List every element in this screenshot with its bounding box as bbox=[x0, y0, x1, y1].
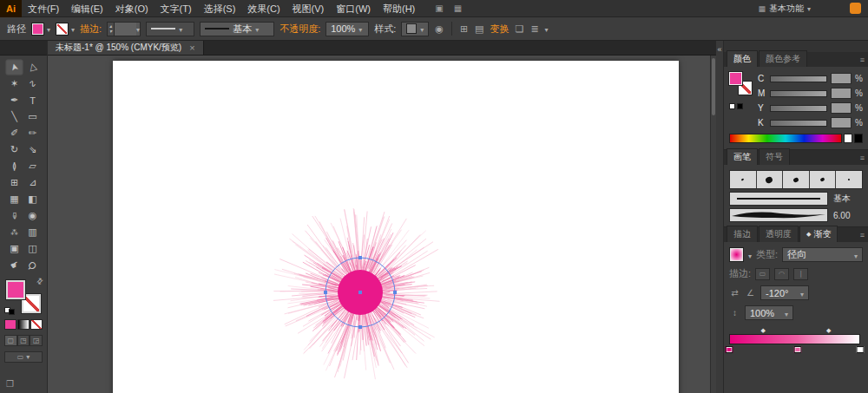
fill-stroke-control[interactable] bbox=[6, 280, 41, 313]
fill-color-swatch[interactable] bbox=[31, 23, 44, 36]
tool-shape-builder[interactable]: ⊞ bbox=[5, 174, 23, 191]
close-icon[interactable]: × bbox=[189, 43, 194, 52]
gradient-thumbnail[interactable] bbox=[729, 247, 744, 262]
gradient-stop-1[interactable] bbox=[726, 346, 733, 353]
canvas[interactable] bbox=[48, 56, 716, 393]
recolor-artwork-icon[interactable]: ◉ bbox=[434, 23, 444, 35]
default-fill-stroke-icon[interactable] bbox=[4, 307, 15, 315]
tool-column-graph[interactable]: ▥ bbox=[23, 224, 42, 240]
isolate-icon[interactable]: ❏ bbox=[515, 23, 525, 35]
gradient-bar[interactable] bbox=[729, 334, 860, 344]
gradient-stop-2[interactable] bbox=[793, 346, 801, 353]
menu-item-7[interactable]: 视图(V) bbox=[286, 0, 331, 17]
stepper-arrows-icon[interactable]: ▴▾ bbox=[108, 23, 114, 36]
stroke-along-icon[interactable]: ◠ bbox=[774, 268, 789, 280]
tool-magic-wand[interactable]: ✶ bbox=[5, 75, 23, 92]
tool-slice[interactable]: ◫ bbox=[23, 240, 42, 257]
opacity-dropdown[interactable]: 100% bbox=[326, 22, 369, 36]
none-button[interactable] bbox=[30, 319, 43, 330]
scrollbar-thumb[interactable] bbox=[712, 58, 715, 115]
width-profile-dropdown[interactable] bbox=[146, 22, 194, 36]
tool-zoom[interactable]: Ϙ bbox=[23, 257, 42, 273]
tool-line-segment[interactable]: ╲ bbox=[5, 108, 23, 125]
stroke-across-icon[interactable]: ∣ bbox=[793, 268, 808, 280]
brush-item-dot-5[interactable] bbox=[836, 171, 862, 188]
app-logo[interactable]: Ai bbox=[0, 0, 22, 17]
panel-tab-symbols[interactable]: 符号 bbox=[759, 148, 790, 165]
screen-layout-icon[interactable]: ▦ bbox=[454, 3, 462, 13]
menu-item-9[interactable]: 帮助(H) bbox=[377, 0, 421, 17]
slider-track-y[interactable] bbox=[770, 105, 827, 112]
draw-normal-button[interactable] bbox=[4, 335, 17, 346]
opacity-link[interactable]: 不透明度: bbox=[279, 23, 320, 36]
slider-track-c[interactable] bbox=[770, 75, 827, 82]
workspace-switcher[interactable]: ▦ 基本功能 bbox=[758, 3, 811, 15]
gradient-midpoint-1[interactable]: ◆ bbox=[761, 327, 766, 334]
tool-lasso[interactable]: ∿ bbox=[23, 75, 42, 92]
black-swatch[interactable] bbox=[854, 134, 863, 143]
tool-perspective-grid[interactable]: ⊿ bbox=[23, 174, 42, 191]
panel-tab-color[interactable]: 颜色 bbox=[727, 50, 758, 67]
tool-selection[interactable]: ➤ bbox=[5, 59, 23, 75]
brush-item-calligraphic[interactable]: 6.00 bbox=[729, 208, 863, 222]
align-icon[interactable]: ⊞ bbox=[459, 23, 469, 35]
swap-fill-stroke-icon[interactable] bbox=[35, 276, 45, 286]
tool-blend[interactable]: ◉ bbox=[23, 207, 42, 224]
tool-paintbrush[interactable]: ✐ bbox=[5, 125, 23, 141]
fill-swatch-caret-icon[interactable] bbox=[47, 23, 50, 34]
draw-behind-button[interactable] bbox=[17, 335, 30, 346]
artwork-flower[interactable] bbox=[265, 197, 456, 388]
slider-track-k[interactable] bbox=[770, 120, 827, 127]
gradient-aspect-dropdown[interactable]: 100% bbox=[745, 305, 793, 320]
tool-symbol-sprayer[interactable]: ⁂ bbox=[5, 224, 23, 240]
tool-eyedropper[interactable]: ✑ bbox=[5, 207, 23, 224]
stroke-link[interactable]: 描边: bbox=[80, 23, 102, 36]
panel-menu-icon[interactable] bbox=[860, 231, 865, 239]
draw-inside-button[interactable] bbox=[30, 335, 43, 346]
panel-tab-gradient[interactable]: ◆渐变 bbox=[799, 226, 838, 242]
slider-value-c[interactable] bbox=[831, 73, 852, 84]
menu-item-1[interactable]: 文件(F) bbox=[22, 0, 65, 17]
style-dropdown[interactable] bbox=[401, 22, 429, 36]
collapse-panel-icon[interactable] bbox=[0, 375, 47, 393]
stroke-within-icon[interactable]: ▭ bbox=[755, 268, 770, 280]
tool-artboard[interactable]: ▣ bbox=[5, 240, 23, 257]
document-tab[interactable]: 未标题-1* @ 150% (CMYK/预览) × bbox=[48, 41, 204, 55]
gradient-slider[interactable]: ◆◆ bbox=[729, 328, 860, 352]
slider-value-k[interactable] bbox=[831, 117, 852, 128]
collapse-dock-icon[interactable] bbox=[717, 45, 721, 54]
chevron-down-icon[interactable] bbox=[748, 250, 752, 260]
gradient-midpoint-2[interactable]: ◆ bbox=[826, 327, 831, 334]
color-spectrum[interactable] bbox=[729, 134, 842, 143]
fill-stroke-proxy[interactable] bbox=[729, 72, 752, 95]
menu-item-4[interactable]: 文字(T) bbox=[155, 0, 198, 17]
menu-item-3[interactable]: 对象(O) bbox=[109, 0, 155, 17]
tool-free-transform[interactable]: ▱ bbox=[23, 158, 42, 174]
brush-item-dot-1[interactable] bbox=[730, 171, 757, 188]
stroke-weight-value[interactable] bbox=[114, 23, 136, 36]
gradient-angle-dropdown[interactable]: -120° bbox=[760, 285, 809, 300]
stroke-color-swatch[interactable] bbox=[56, 23, 69, 36]
tool-width[interactable]: ≬ bbox=[5, 158, 23, 174]
panel-options-icon[interactable]: ≣ bbox=[529, 23, 539, 35]
tool-pencil[interactable]: ✏ bbox=[23, 125, 42, 141]
document-setup-icon[interactable]: ▤ bbox=[474, 23, 484, 35]
stroke-swatch-caret-icon[interactable] bbox=[71, 23, 75, 34]
transform-link[interactable]: 变换 bbox=[490, 23, 510, 36]
panel-menu-icon[interactable] bbox=[860, 56, 865, 64]
tool-scale[interactable]: ⇘ bbox=[23, 141, 42, 158]
tool-rotate[interactable]: ↻ bbox=[5, 141, 23, 158]
app-badge-icon[interactable] bbox=[850, 3, 861, 14]
brush-item-dot-2[interactable] bbox=[757, 171, 784, 188]
menu-item-5[interactable]: 选择(S) bbox=[198, 0, 242, 17]
menu-item-2[interactable]: 编辑(E) bbox=[65, 0, 109, 17]
slider-value-m[interactable] bbox=[831, 88, 852, 99]
slider-value-y[interactable] bbox=[831, 102, 852, 114]
brush-definition-dropdown[interactable]: 基本 bbox=[200, 22, 274, 36]
tool-mesh[interactable]: ▦ bbox=[5, 191, 23, 207]
tool-type[interactable]: T bbox=[23, 92, 42, 108]
arrange-documents-icon[interactable]: ▣ bbox=[435, 3, 443, 13]
brush-item-dot-3[interactable] bbox=[783, 171, 810, 188]
menu-item-6[interactable]: 效果(C) bbox=[241, 0, 286, 17]
panel-menu-icon[interactable] bbox=[860, 154, 865, 162]
